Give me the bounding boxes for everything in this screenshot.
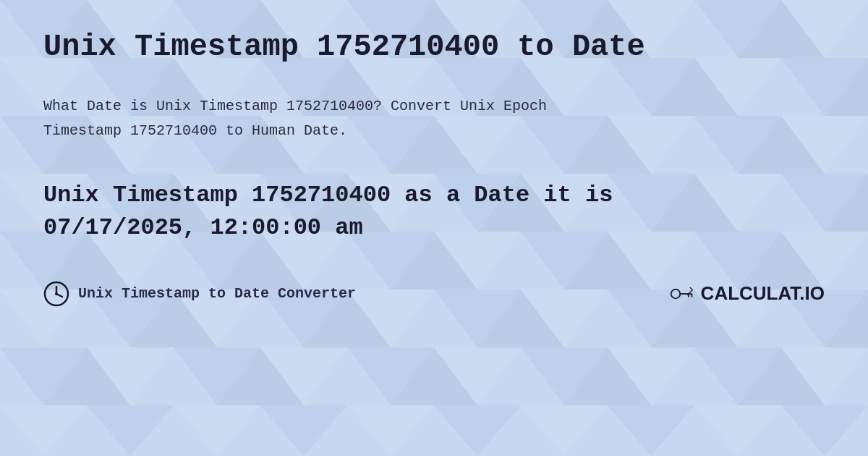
footer: Unix Timestamp to Date Converter CALCULA… [43, 281, 825, 307]
logo-icon [669, 281, 695, 307]
footer-left: Unix Timestamp to Date Converter [43, 281, 356, 307]
result-line2: 07/17/2025, 12:00:00 am [43, 214, 363, 241]
description-line2: Timestamp 1752710400 to Human Date. [43, 122, 347, 139]
description-line1: What Date is Unix Timestamp 1752710400? … [43, 98, 547, 114]
logo-text: CALCULAT.IO [701, 282, 825, 305]
svg-point-155 [671, 290, 680, 299]
footer-label: Unix Timestamp to Date Converter [78, 285, 356, 302]
result-text: Unix Timestamp 1752710400 as a Date it i… [43, 180, 825, 245]
result-line1: Unix Timestamp 1752710400 as a Date it i… [43, 182, 613, 208]
page-description: What Date is Unix Timestamp 1752710400? … [43, 94, 825, 143]
clock-icon [43, 281, 69, 307]
logo: CALCULAT.IO [669, 281, 825, 307]
svg-point-154 [55, 292, 58, 295]
page-title: Unix Timestamp 1752710400 to Date [43, 29, 825, 65]
result-section: Unix Timestamp 1752710400 as a Date it i… [43, 180, 825, 245]
